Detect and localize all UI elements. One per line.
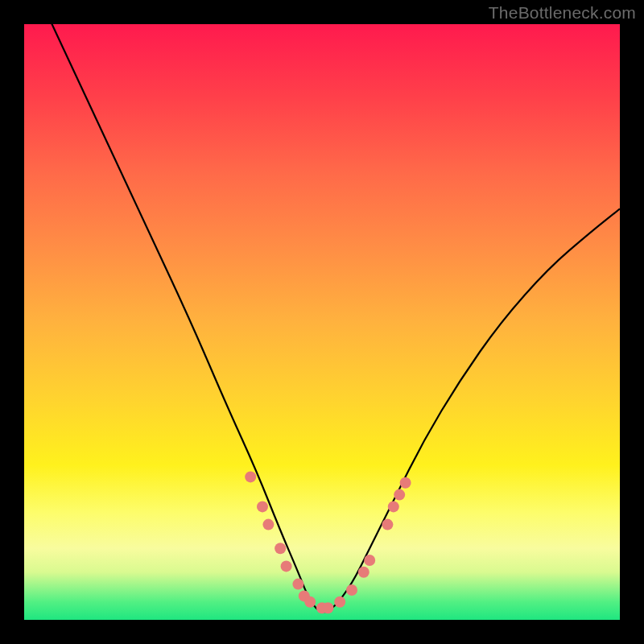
highlight-dot xyxy=(382,519,393,530)
highlight-dot-group xyxy=(245,471,411,613)
highlight-dot xyxy=(322,602,333,613)
highlight-dot xyxy=(257,501,268,512)
highlight-dot xyxy=(334,597,345,608)
bottleneck-curve-path xyxy=(24,24,620,612)
highlight-dot xyxy=(281,560,292,572)
highlight-dot xyxy=(304,597,316,608)
highlight-dot xyxy=(364,555,375,566)
highlight-dot xyxy=(275,543,286,554)
watermark-text: TheBottleneck.com xyxy=(489,3,636,23)
curve-svg xyxy=(24,24,620,620)
highlight-dot xyxy=(292,579,303,590)
highlight-dot xyxy=(262,519,274,530)
plot-area xyxy=(24,24,620,620)
highlight-dot xyxy=(346,584,357,596)
chart-frame: TheBottleneck.com xyxy=(0,0,644,644)
highlight-dot xyxy=(245,471,256,482)
highlight-dot xyxy=(388,501,399,512)
highlight-dot xyxy=(400,477,411,489)
highlight-dot xyxy=(358,567,369,578)
highlight-dot xyxy=(394,489,405,501)
